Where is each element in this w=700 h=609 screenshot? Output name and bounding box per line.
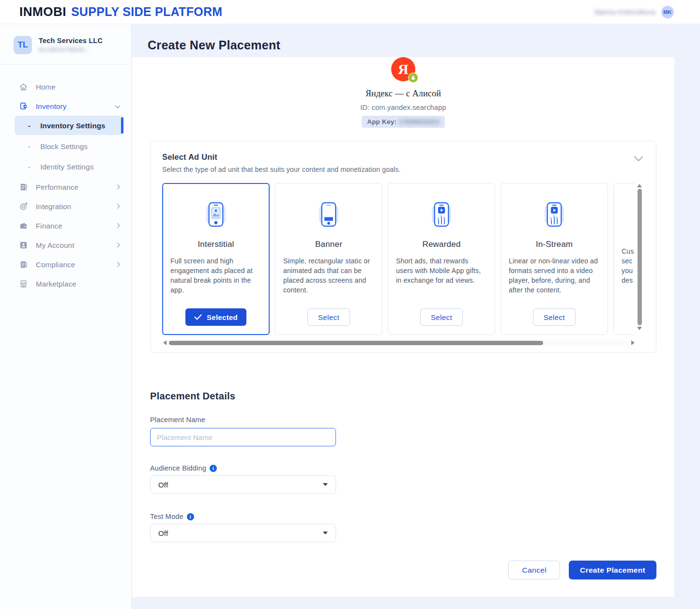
desc-fragment: sec	[622, 257, 635, 266]
sidebar-item-label: Finance	[36, 222, 62, 230]
sidebar-item-integration[interactable]: Integration	[0, 197, 131, 216]
desc-fragment: you	[622, 266, 635, 276]
sidebar-item-performance[interactable]: Performance	[0, 177, 131, 197]
org-avatar: TL	[14, 36, 32, 54]
sidebar-subitem-label: Identity Settings	[40, 163, 93, 171]
person-icon	[18, 240, 28, 250]
scroll-right-arrow[interactable]	[631, 340, 635, 345]
rewarded-phone-icon: $ $ $	[426, 195, 457, 234]
chevron-right-icon	[117, 241, 121, 249]
form-actions: Cancel Create Placement	[132, 561, 656, 597]
sidebar: TL Tech Services LLC 8cc39524798940... H…	[0, 24, 132, 609]
ad-unit-card-description: Simple, rectangular static or animated a…	[283, 257, 374, 295]
brand-logo: INMOBI SUPPLY SIDE PLATFORM	[19, 4, 222, 19]
ad-unit-card-description: Linear or non-linear video ad formats se…	[509, 257, 600, 295]
top-bar: INMOBI SUPPLY SIDE PLATFORM Marina Koles…	[0, 0, 700, 24]
app-name: Яндекс — с Алисой	[132, 89, 674, 99]
sidebar-item-home[interactable]: Home	[0, 77, 131, 96]
sidebar-item-block-settings[interactable]: Block Settings	[15, 137, 123, 156]
info-icon[interactable]: i	[210, 465, 217, 472]
chevron-right-icon	[117, 222, 121, 230]
create-placement-button[interactable]: Create Placement	[569, 561, 656, 579]
vertical-scroll-thumb[interactable]	[638, 189, 642, 325]
sidebar-item-label: Home	[36, 83, 56, 91]
caret-down-icon	[323, 532, 328, 534]
audience-bidding-select[interactable]: Off	[150, 475, 336, 494]
yandex-app-icon: Я	[391, 57, 415, 81]
horizontal-scrollbar[interactable]	[162, 340, 635, 346]
select-button[interactable]: Select	[307, 308, 350, 326]
ad-unit-card-banner[interactable]: Banner Simple, rectangular static or ani…	[275, 183, 382, 335]
sidebar-item-label: Performance	[36, 183, 78, 191]
ad-unit-card-title: Rewarded	[422, 240, 460, 249]
sidebar-subitem-label: Block Settings	[40, 142, 88, 151]
ad-unit-card-partial[interactable]: Cus sec you des	[613, 183, 635, 335]
ad-unit-card-description: Short ads, that rewards users with Mobil…	[396, 257, 487, 286]
android-icon	[408, 73, 418, 83]
app-key-value: 17839520223	[398, 118, 440, 125]
chevron-right-icon	[117, 183, 121, 191]
app-key-chip: App Key: 17839520223	[362, 116, 445, 128]
svg-text:$: $	[441, 214, 442, 218]
placement-name-input[interactable]	[150, 428, 336, 446]
sidebar-item-identity-settings[interactable]: Identity Settings	[15, 157, 123, 176]
test-mode-select[interactable]: Off	[150, 524, 336, 542]
audience-bidding-value: Off	[158, 481, 168, 489]
scroll-down-arrow[interactable]	[637, 327, 642, 330]
chevron-right-icon	[117, 260, 121, 269]
vertical-scrollbar[interactable]	[636, 183, 643, 330]
wallet-icon	[18, 221, 28, 230]
cancel-button[interactable]: Cancel	[508, 561, 560, 579]
banner-phone-icon	[313, 195, 345, 234]
sidebar-item-finance[interactable]: Finance	[0, 216, 131, 235]
ad-unit-section-title: Select Ad Unit	[162, 152, 644, 162]
select-button[interactable]: Select	[420, 308, 463, 326]
ad-unit-card-description: Full screen and high engagement ads plac…	[170, 257, 261, 295]
in-stream-phone-icon: $ $ $	[538, 195, 570, 234]
horizontal-scroll-track[interactable]	[168, 340, 630, 346]
ad-unit-card-interstitial[interactable]: Interstitial Full screen and high engage…	[162, 183, 270, 335]
desc-fragment: des	[622, 276, 635, 286]
collapse-chevron-icon[interactable]	[634, 155, 643, 164]
sidebar-item-compliance[interactable]: Compliance	[0, 255, 131, 274]
selected-button-label: Selected	[207, 313, 238, 321]
inventory-icon	[18, 101, 28, 111]
sidebar-subitem-label: Inventory Settings	[40, 122, 105, 130]
svg-text:$: $	[556, 216, 558, 219]
select-ad-unit-section: Select Ad Unit Select the type of ad uni…	[150, 141, 656, 353]
test-mode-label-text: Test Mode	[150, 513, 183, 520]
org-switcher[interactable]: TL Tech Services LLC 8cc39524798940...	[0, 24, 131, 64]
ad-unit-cards-row: Interstitial Full screen and high engage…	[162, 183, 635, 335]
ad-unit-card-in-stream[interactable]: $ $ $ In-Stream Linear or non-linear vid…	[501, 183, 608, 335]
sidebar-item-my-account[interactable]: My Account	[0, 235, 131, 255]
sidebar-item-label: Inventory	[36, 102, 67, 110]
app-key-label: App Key:	[367, 118, 396, 125]
ad-unit-card-rewarded[interactable]: $ $ $ Rewarded Short ads, that rewards u…	[388, 183, 495, 335]
audience-bidding-label-text: Audience Bidding	[150, 464, 206, 472]
app-id: ID: com.yandex.searchapp	[132, 104, 674, 111]
placement-panel: Я Яндекс — с Алисой ID: com.yandex.searc…	[132, 57, 674, 597]
scroll-up-arrow[interactable]	[637, 184, 642, 187]
target-icon	[18, 201, 28, 211]
placement-details-title: Placement Details	[150, 391, 674, 402]
placement-name-label: Placement Name	[150, 416, 674, 424]
sidebar-nav: Home Inventory Inventory Settings Block …	[0, 74, 131, 296]
select-button[interactable]: Select	[533, 308, 576, 326]
test-mode-value: Off	[158, 529, 168, 537]
svg-text:$: $	[553, 214, 555, 218]
org-id: 8cc39524798940...	[39, 46, 103, 53]
info-icon[interactable]: i	[187, 513, 194, 520]
horizontal-scroll-thumb[interactable]	[169, 341, 543, 345]
sidebar-item-marketplace[interactable]: Marketplace	[0, 274, 131, 293]
svg-text:$: $	[443, 216, 445, 219]
scroll-left-arrow[interactable]	[163, 340, 167, 345]
sidebar-item-inventory-settings[interactable]: Inventory Settings	[15, 116, 123, 135]
app-header: Я Яндекс — с Алисой ID: com.yandex.searc…	[132, 57, 674, 128]
sidebar-item-inventory[interactable]: Inventory	[0, 96, 131, 116]
desc-fragment: Cus	[622, 247, 635, 257]
document-icon	[18, 259, 28, 269]
selected-button[interactable]: Selected	[185, 308, 246, 326]
user-avatar[interactable]: MK	[661, 6, 674, 18]
audience-bidding-label: Audience Bidding i	[150, 464, 674, 472]
brand-ssp: SUPPLY SIDE PLATFORM	[71, 5, 223, 19]
